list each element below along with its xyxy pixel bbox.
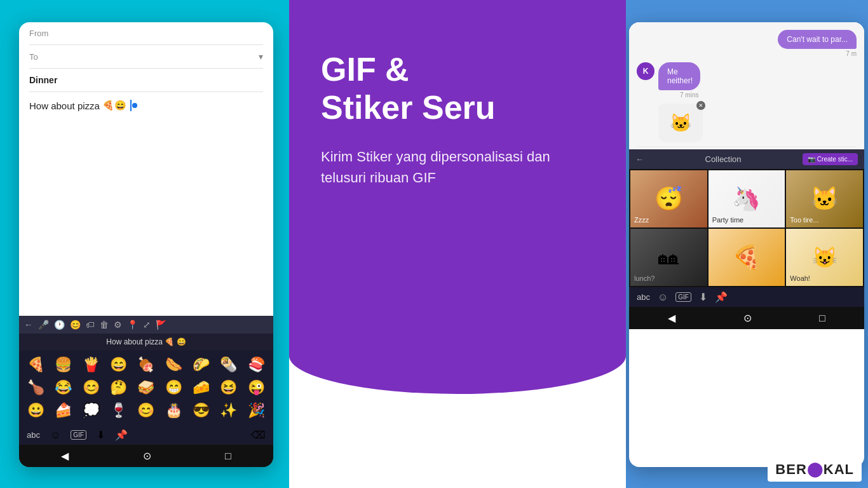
subject-field[interactable]: Dinner	[29, 69, 263, 92]
emoji-grin2[interactable]: 😁	[161, 377, 187, 398]
chat-msg-right1: Can't wait to par... 7 m	[637, 30, 857, 57]
email-compose-area: From To ▾ Dinner How about pizza 🍕😄	[19, 22, 273, 119]
emoji-icon[interactable]: 😊	[70, 320, 81, 330]
chat-avatar-k: K	[637, 62, 654, 80]
sticker-zzzz-label: Zzzz	[634, 216, 649, 224]
emoji-cheese[interactable]: 🧀	[188, 377, 214, 398]
pin-icon[interactable]: 📌	[115, 429, 128, 441]
sticker-woah[interactable]: 😺 Woah!	[786, 229, 863, 286]
emoji-happy[interactable]: 😀	[23, 400, 49, 421]
right-sticker-icon[interactable]: ⬇	[699, 291, 707, 303]
emoji-cloud[interactable]: 💭	[78, 400, 104, 421]
right-back-nav[interactable]: ◀	[668, 312, 675, 324]
flag-icon[interactable]: 🚩	[156, 320, 166, 330]
emoji-meat[interactable]: 🍖	[133, 354, 159, 376]
backspace-icon[interactable]: ⌫	[251, 429, 266, 441]
pizza-emoji: 🍕😄	[102, 100, 126, 111]
sticker-back-icon[interactable]: ←	[635, 154, 644, 164]
emoji-burger[interactable]: 🍔	[50, 354, 76, 376]
emoji-chicken[interactable]: 🍗	[23, 377, 49, 398]
watermark-brain-icon: ⬤	[807, 461, 824, 477]
right-gif-icon[interactable]: GIF	[675, 292, 691, 302]
sticker-party-label: Party time	[712, 216, 744, 224]
left-section: From To ▾ Dinner How about pizza 🍕😄	[0, 0, 289, 488]
emoji-cool[interactable]: 😎	[188, 400, 214, 421]
center-section: GIF & Stiker Seru Kirim Stiker yang dipe…	[289, 0, 626, 488]
emoji-smile2[interactable]: 😊	[133, 400, 159, 421]
cursor-line	[130, 100, 132, 111]
emoji-sparkles[interactable]: ✨	[215, 400, 241, 421]
sticker-houses-label: lunch?	[634, 274, 654, 282]
settings-icon[interactable]: ⚙	[114, 320, 122, 330]
home-nav-icon[interactable]: ⊙	[143, 450, 151, 462]
emoji-pizza[interactable]: 🍕	[23, 354, 49, 376]
chat-time-right1: 7 m	[846, 50, 857, 57]
main-subtitle: Kirim Stiker yang dipersonalisasi dan te…	[321, 146, 594, 188]
smiley-icon[interactable]: ☺	[50, 430, 60, 441]
sticker-bottom-icon[interactable]: ⬇	[97, 429, 105, 441]
from-label: From	[29, 29, 61, 38]
sticker-party[interactable]: 🦄 Party time	[709, 170, 785, 227]
right-home-nav[interactable]: ⊙	[743, 312, 752, 324]
emoji-grin[interactable]: 😄	[105, 354, 132, 376]
emoji-party[interactable]: 🎉	[243, 400, 269, 421]
sticker-houses[interactable]: 🏘 lunch?	[630, 229, 707, 286]
emoji-smile[interactable]: 😊	[78, 377, 104, 398]
to-label: To	[29, 52, 61, 62]
clock-icon[interactable]: 🕐	[54, 320, 65, 330]
emoji-think[interactable]: 🤔	[105, 377, 132, 398]
right-pin-icon[interactable]: 📌	[715, 291, 728, 303]
to-field[interactable]: To ▾	[29, 45, 263, 69]
title-line2: Stiker Seru	[321, 89, 496, 126]
delete-icon[interactable]: 🗑	[100, 320, 109, 330]
emoji-wine[interactable]: 🍷	[105, 400, 132, 421]
from-field: From	[29, 22, 263, 45]
sticker-tired[interactable]: 🐱 Too tire...	[786, 170, 863, 227]
recents-nav-icon[interactable]: □	[225, 451, 231, 462]
mic-icon[interactable]: 🎤	[38, 320, 49, 330]
sticker-icon[interactable]: 🏷	[86, 320, 95, 330]
emoji-taco[interactable]: 🌮	[188, 354, 214, 376]
phone-right: Can't wait to par... 7 m K Me neither! 7…	[629, 22, 864, 467]
emoji-birthday[interactable]: 🎂	[161, 400, 187, 421]
emoji-burrito[interactable]: 🌯	[215, 354, 241, 376]
watermark-text: BER⬤KAL	[775, 461, 854, 477]
nav-bar-left: ◀ ⊙ □	[19, 445, 273, 467]
right-nav-bar: ◀ ⊙ □	[629, 307, 864, 329]
back-nav-icon[interactable]: ◀	[61, 450, 69, 462]
emoji-fries[interactable]: 🍟	[78, 354, 104, 376]
keyboard-prediction[interactable]: How about pizza 🍕 😄	[19, 334, 273, 350]
emoji-hotdog[interactable]: 🌭	[161, 354, 187, 376]
sticker-close-icon[interactable]: ✕	[696, 101, 705, 110]
cat-emoji: 🐱	[670, 112, 692, 133]
emoji-cake[interactable]: 🍰	[50, 400, 76, 421]
right-recents-nav[interactable]: □	[819, 313, 825, 324]
right-smiley-icon[interactable]: ☺	[658, 292, 668, 303]
emoji-laugh[interactable]: 😆	[215, 377, 241, 398]
body-text: How about pizza	[29, 100, 100, 111]
cursor-drop	[132, 103, 137, 108]
emoji-wink[interactable]: 😜	[243, 377, 269, 398]
gif-icon[interactable]: GIF	[71, 430, 86, 440]
sticker-tired-label: Too tire...	[790, 216, 818, 224]
emoji-sandwich[interactable]: 🥪	[133, 377, 159, 398]
main-container: From To ▾ Dinner How about pizza 🍕😄	[0, 0, 868, 488]
title-line1: GIF &	[321, 51, 409, 88]
chat-time-me-neither: 7 mins	[680, 92, 714, 98]
sticker-zzzz[interactable]: 😴 Zzzz	[630, 170, 707, 227]
back-arrow-icon[interactable]: ←	[24, 320, 33, 330]
emoji-sushi[interactable]: 🍣	[243, 354, 269, 376]
create-sticker-button[interactable]: 📷 Create stic...	[803, 153, 858, 165]
abc-label[interactable]: abc	[27, 430, 40, 440]
sticker-pizza[interactable]: 🍕	[709, 229, 785, 286]
right-keyboard-bottom: abc ☺ GIF ⬇ 📌	[629, 287, 864, 307]
chat-bubble-cant-wait: Can't wait to par...	[778, 30, 857, 49]
resize-icon[interactable]: ⤢	[143, 320, 151, 330]
right-abc-label[interactable]: abc	[637, 292, 650, 302]
chat-row-me-neither: K Me neither! 7 mins	[637, 62, 857, 98]
location-icon[interactable]: 📍	[127, 320, 138, 330]
chat-input-row: + ▶	[637, 147, 857, 149]
email-body[interactable]: How about pizza 🍕😄	[29, 92, 263, 119]
emoji-lol[interactable]: 😂	[50, 377, 76, 398]
chat-bubble-me-neither: Me neither!	[658, 62, 700, 90]
